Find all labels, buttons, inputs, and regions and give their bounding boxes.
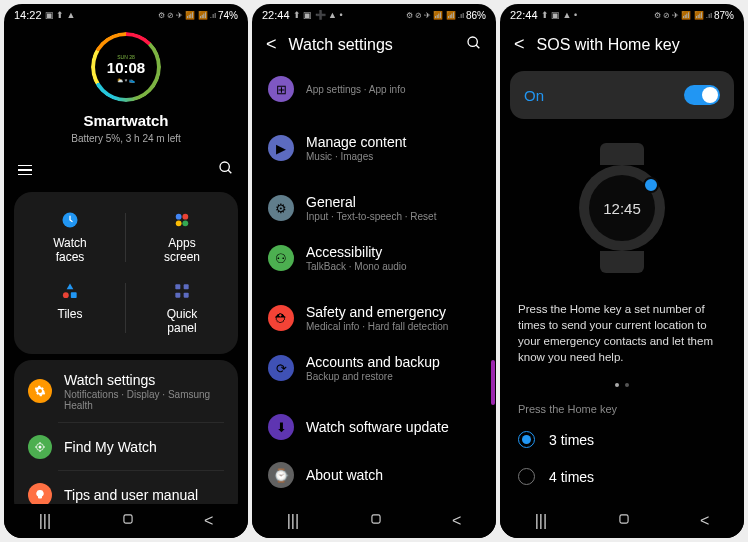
svg-line-1 bbox=[228, 170, 231, 173]
settings-sub: Music · Images bbox=[306, 151, 480, 162]
settings-title: Safety and emergency bbox=[306, 304, 480, 320]
settings-sub: TalkBack · Mono audio bbox=[306, 261, 480, 272]
toggle-switch-on[interactable] bbox=[684, 85, 720, 105]
settings-update-item[interactable]: ⬇ Watch software update bbox=[262, 403, 486, 451]
status-icons-right: ⚙ ⊘ ✈ 📶 📶 .ıl bbox=[158, 11, 216, 20]
status-icons-left: ⬆ ▣ ➕ ▲ • bbox=[293, 10, 343, 20]
settings-title: General bbox=[306, 194, 480, 210]
find-watch-title: Find My Watch bbox=[64, 439, 224, 455]
settings-title: Watch software update bbox=[306, 419, 480, 435]
nav-home[interactable] bbox=[617, 512, 631, 530]
apps-icon: ⊞ bbox=[268, 76, 294, 102]
quick-actions-grid: Watchfaces Appsscreen Tiles Quickpanel bbox=[14, 192, 238, 354]
watch-battery-status: Battery 5%, 3 h 24 m left bbox=[71, 133, 181, 144]
watch-name: Smartwatch bbox=[83, 112, 168, 129]
nav-back[interactable]: < bbox=[700, 512, 709, 530]
settings-accessibility-item[interactable]: ⚇ AccessibilityTalkBack · Mono audio bbox=[262, 233, 486, 283]
quick-panel-button[interactable]: Quickpanel bbox=[126, 273, 238, 344]
svg-rect-10 bbox=[184, 284, 189, 289]
status-icons-left: ▣ ⬆ ▲ bbox=[45, 10, 76, 20]
search-icon[interactable] bbox=[466, 35, 482, 55]
status-time: 22:44 bbox=[510, 9, 538, 21]
svg-point-6 bbox=[182, 220, 188, 226]
hamburger-icon[interactable] bbox=[18, 165, 32, 176]
watch-settings-item[interactable]: Watch settingsNotifications · Display · … bbox=[14, 360, 238, 423]
status-bar: 22:44⬆ ▣ ▲ • ⚙ ⊘ ✈ 📶 📶 .ıl87% bbox=[500, 4, 744, 24]
apps-screen-label: Appsscreen bbox=[164, 236, 200, 265]
watch-faces-label: Watchfaces bbox=[53, 236, 87, 265]
settings-title: Accessibility bbox=[306, 244, 480, 260]
radio-3times[interactable]: 3 times bbox=[500, 421, 744, 458]
apps-icon bbox=[172, 210, 192, 230]
svg-point-16 bbox=[468, 37, 477, 46]
watch-settings-title: Watch settings bbox=[64, 372, 224, 388]
accessibility-icon: ⚇ bbox=[268, 245, 294, 271]
settings-about-item[interactable]: ⌚ About watch bbox=[262, 451, 486, 499]
settings-sub: App settings · App info bbox=[306, 84, 480, 95]
nav-recents[interactable]: ||| bbox=[535, 512, 547, 530]
nav-home[interactable] bbox=[369, 512, 383, 530]
gear-icon bbox=[28, 379, 52, 403]
tiles-button[interactable]: Tiles bbox=[14, 273, 126, 344]
settings-general-item[interactable]: ⚙ GeneralInput · Text-to-speech · Reset bbox=[262, 183, 486, 233]
search-icon[interactable] bbox=[218, 160, 234, 180]
status-battery: 86% bbox=[466, 10, 486, 21]
find-watch-item[interactable]: Find My Watch bbox=[14, 423, 238, 471]
phone-sos-settings: 22:44⬆ ▣ ▲ • ⚙ ⊘ ✈ 📶 📶 .ıl87% < SOS with… bbox=[500, 4, 744, 538]
watch-face-icon bbox=[60, 210, 80, 230]
watch-face-preview[interactable]: SUN 28 10:08 ⛅ ♥ 👟 bbox=[91, 32, 161, 102]
svg-point-7 bbox=[63, 292, 69, 298]
sos-description: Press the Home key a set number of times… bbox=[500, 291, 744, 379]
svg-point-4 bbox=[182, 214, 188, 220]
svg-point-3 bbox=[176, 214, 182, 220]
watch-settings-sub: Notifications · Display · Samsung Health bbox=[64, 389, 224, 411]
page-title: SOS with Home key bbox=[537, 36, 730, 54]
settings-sub: Medical info · Hard fall detection bbox=[306, 321, 480, 332]
nav-recents[interactable]: ||| bbox=[39, 512, 51, 530]
settings-accounts-item[interactable]: ⟳ Accounts and backupBackup and restore bbox=[262, 343, 486, 393]
home-button-highlight bbox=[643, 177, 659, 193]
svg-rect-11 bbox=[175, 292, 180, 297]
illustration-time: 12:45 bbox=[603, 200, 641, 217]
svg-rect-12 bbox=[184, 292, 189, 297]
settings-manage-content-item[interactable]: ▶ Manage contentMusic · Images bbox=[262, 123, 486, 173]
nav-back[interactable]: < bbox=[452, 512, 461, 530]
status-icons-right: ⚙ ⊘ ✈ 📶 📶 .ıl bbox=[406, 11, 464, 20]
watch-faces-button[interactable]: Watchfaces bbox=[14, 202, 126, 273]
tiles-icon bbox=[60, 281, 80, 301]
tiles-label: Tiles bbox=[58, 307, 83, 321]
tips-icon bbox=[28, 483, 52, 507]
nav-recents[interactable]: ||| bbox=[287, 512, 299, 530]
svg-line-17 bbox=[476, 45, 479, 48]
general-icon: ⚙ bbox=[268, 195, 294, 221]
watch-complications: ⛅ ♥ 👟 bbox=[117, 77, 135, 83]
tips-title: Tips and user manual bbox=[64, 487, 224, 503]
svg-rect-18 bbox=[371, 515, 379, 523]
nav-back[interactable]: < bbox=[204, 512, 213, 530]
sos-toggle-card[interactable]: On bbox=[510, 71, 734, 119]
settings-apps-item[interactable]: ⊞ App settings · App info bbox=[262, 65, 486, 113]
svg-rect-8 bbox=[71, 292, 77, 298]
radio-4times[interactable]: 4 times bbox=[500, 458, 744, 495]
quick-panel-label: Quickpanel bbox=[167, 307, 198, 336]
settings-list: Watch settingsNotifications · Display · … bbox=[14, 360, 238, 519]
settings-title: About watch bbox=[306, 467, 480, 483]
phone-smartwatch-home: 14:22▣ ⬆ ▲ ⚙ ⊘ ✈ 📶 📶 .ıl74% SUN 28 10:08… bbox=[4, 4, 248, 538]
status-time: 14:22 bbox=[14, 9, 42, 21]
back-button[interactable]: < bbox=[266, 34, 277, 55]
status-bar: 14:22▣ ⬆ ▲ ⚙ ⊘ ✈ 📶 📶 .ıl74% bbox=[4, 4, 248, 24]
back-button[interactable]: < bbox=[514, 34, 525, 55]
radio-unselected-icon bbox=[518, 468, 535, 485]
apps-screen-button[interactable]: Appsscreen bbox=[126, 202, 238, 273]
settings-safety-item[interactable]: ⛑ Safety and emergencyMedical info · Har… bbox=[262, 293, 486, 343]
quick-panel-icon bbox=[172, 281, 192, 301]
svg-rect-19 bbox=[619, 515, 627, 523]
nav-home[interactable] bbox=[121, 512, 135, 530]
watch-time: 10:08 bbox=[107, 60, 145, 75]
settings-sub: Backup and restore bbox=[306, 371, 480, 382]
page-indicator bbox=[500, 379, 744, 397]
update-icon: ⬇ bbox=[268, 414, 294, 440]
watch-illustration: 12:45 bbox=[500, 125, 744, 291]
location-icon bbox=[28, 435, 52, 459]
settings-title: Manage content bbox=[306, 134, 480, 150]
